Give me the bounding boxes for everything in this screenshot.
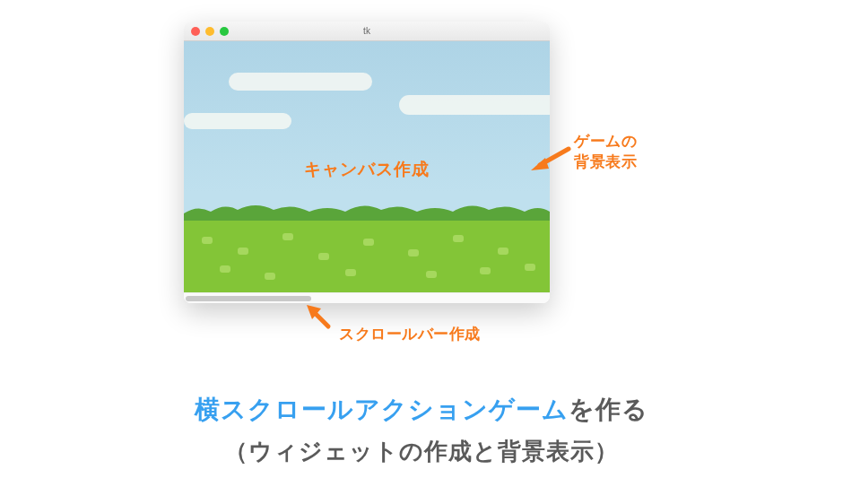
canvas-label: キャンバス作成: [304, 158, 430, 181]
window-title: tk: [363, 26, 370, 36]
horizontal-scrollbar[interactable]: [184, 292, 550, 303]
annotation-line: 背景表示: [574, 152, 637, 173]
caption-line-2: （ウィジェットの作成と背景表示）: [0, 436, 843, 467]
tk-window: tk キャンバス作成: [184, 22, 550, 303]
background-annotation: ゲームの 背景表示: [574, 132, 637, 173]
caption-rest: を作る: [569, 395, 648, 423]
grass-background: [184, 221, 550, 292]
scrollbar-thumb[interactable]: [186, 296, 311, 301]
cloud-icon: [399, 95, 550, 115]
close-icon[interactable]: [191, 27, 200, 36]
minimize-icon[interactable]: [205, 27, 214, 36]
traffic-lights: [184, 27, 229, 36]
arrow-icon: [303, 301, 335, 330]
arrow-icon: [527, 145, 572, 172]
caption-highlight: 横スクロールアクションゲーム: [195, 395, 569, 423]
cloud-icon: [184, 113, 291, 129]
caption: 横スクロールアクションゲームを作る （ウィジェットの作成と背景表示）: [0, 393, 843, 467]
annotation-line: ゲームの: [574, 132, 637, 152]
maximize-icon[interactable]: [220, 27, 229, 36]
caption-line-1: 横スクロールアクションゲームを作る: [0, 393, 843, 427]
window-titlebar: tk: [184, 22, 550, 41]
cloud-icon: [229, 73, 372, 91]
scrollbar-annotation: スクロールバー作成: [339, 325, 481, 345]
canvas-area: キャンバス作成: [184, 41, 550, 292]
